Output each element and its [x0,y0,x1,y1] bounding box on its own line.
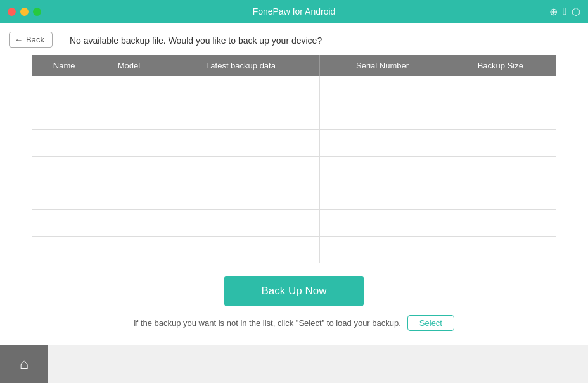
info-message: No available backup file. Would you like… [19,36,569,46]
maximize-button[interactable] [33,8,41,16]
table-cell [32,236,96,263]
table-cell [96,103,162,129]
table-cell [162,183,320,209]
table-row[interactable] [32,156,556,183]
table-cell [32,103,96,129]
share-icon: ⬡ [572,6,580,18]
app-title: FonePaw for Android [253,6,336,16]
table-cell [162,76,320,103]
table-cell [32,209,96,236]
bottom-container: ⌂ [0,345,588,383]
table-cell [32,76,96,103]
table-row[interactable] [32,129,556,156]
table-row[interactable] [32,236,556,263]
wifi-icon: ⊕ [549,6,558,18]
table-cell [96,76,162,103]
table-cell [162,236,320,263]
table-cell [96,236,162,263]
col-model: Model [96,55,162,76]
table-cell [32,129,96,156]
table-row[interactable] [32,76,556,103]
table-cell [320,76,445,103]
col-backup-size: Backup Size [445,55,556,76]
facebook-icon:  [563,6,566,17]
backup-table: Name Model Latest backup data Serial Num… [32,55,556,263]
col-latest-backup: Latest backup data [162,55,320,76]
table-cell [32,183,96,209]
table-cell [445,156,556,183]
table-cell [445,129,556,156]
table-header-row: Name Model Latest backup data Serial Num… [32,55,556,76]
table-cell [162,129,320,156]
table-cell [320,236,445,263]
home-icon[interactable]: ⌂ [20,355,29,373]
table-cell [96,156,162,183]
table-cell [162,103,320,129]
close-button[interactable] [8,8,16,16]
select-button[interactable]: Select [407,315,454,331]
table-cell [96,209,162,236]
table-cell [320,103,445,129]
table-cell [445,236,556,263]
back-button[interactable]: ← Back [9,32,53,48]
table-row[interactable] [32,209,556,236]
backup-table-wrapper: Name Model Latest backup data Serial Num… [32,55,556,263]
col-serial: Serial Number [320,55,445,76]
back-arrow-icon: ← [15,35,23,44]
titlebar-right-icons: ⊕  ⬡ [549,6,580,18]
main-content: ← Back No available backup file. Would y… [0,23,588,345]
titlebar: FonePaw for Android ⊕  ⬡ [0,0,588,23]
table-row[interactable] [32,183,556,209]
table-cell [162,156,320,183]
table-row[interactable] [32,103,556,129]
table-cell [320,129,445,156]
table-cell [445,183,556,209]
home-bar: ⌂ [0,345,48,383]
table-cell [320,183,445,209]
table-cell [32,156,96,183]
window-controls [8,8,41,16]
table-cell [445,76,556,103]
table-cell [162,209,320,236]
action-area: Back Up Now If the backup you want is no… [19,263,569,337]
table-cell [96,183,162,209]
back-button-label: Back [26,35,44,44]
bottom-right-area [48,345,588,383]
minimize-button[interactable] [20,8,29,16]
select-hint-area: If the backup you want is not in the lis… [134,315,454,331]
select-hint-text: If the backup you want is not in the lis… [134,318,401,328]
col-name: Name [32,55,96,76]
table-cell [445,103,556,129]
backup-now-button[interactable]: Back Up Now [224,276,365,306]
table-cell [320,209,445,236]
table-cell [96,129,162,156]
table-cell [445,209,556,236]
table-cell [320,156,445,183]
